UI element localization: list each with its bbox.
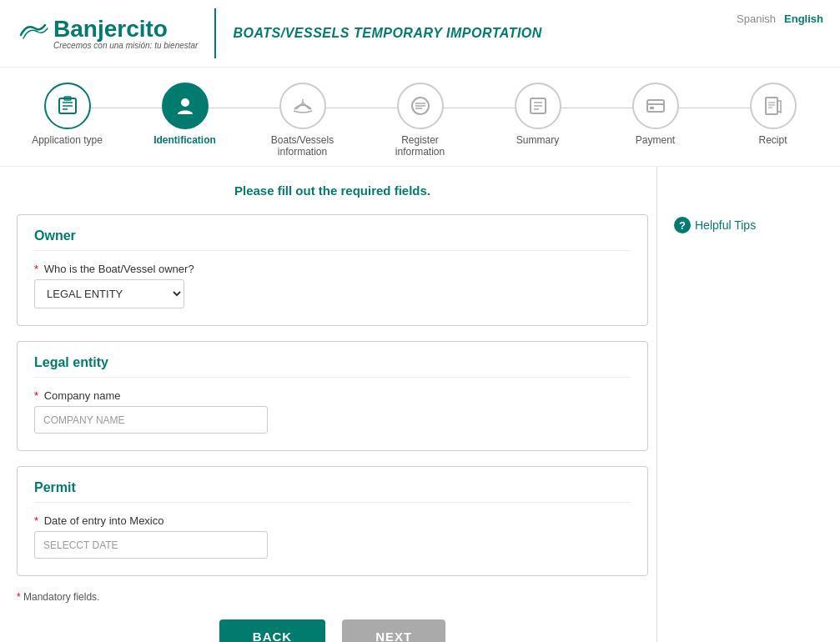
step-label-application-type: Application type bbox=[32, 134, 103, 146]
step-label-summary: Summary bbox=[516, 134, 559, 146]
step-label-recipt: Recipt bbox=[758, 134, 787, 146]
mandatory-text: Mandatory fields. bbox=[23, 591, 99, 603]
legal-entity-card: Legal entity * Company name bbox=[17, 341, 648, 451]
step-circle-payment bbox=[632, 83, 679, 129]
step-label-register-info: Register information bbox=[379, 134, 462, 158]
step-identification[interactable]: Identification bbox=[126, 83, 244, 146]
form-area: Please fill out the required fields. Own… bbox=[17, 167, 648, 642]
owner-card: Owner * Who is the Boat/Vessel owner? LE… bbox=[17, 214, 648, 326]
tips-icon: ? bbox=[674, 217, 691, 233]
svg-rect-15 bbox=[647, 100, 664, 112]
step-circle-application-type bbox=[44, 83, 91, 129]
svg-rect-18 bbox=[766, 98, 777, 114]
company-field-label: * Company name bbox=[34, 389, 631, 402]
owner-req-asterisk: * bbox=[34, 263, 38, 275]
svg-rect-17 bbox=[650, 107, 654, 109]
logo-text: Banjercito Crecemos con una misión: tu b… bbox=[53, 18, 198, 50]
step-circle-summary bbox=[515, 83, 561, 129]
step-boats-vessels[interactable]: Boats/Vessels information bbox=[244, 83, 361, 158]
header: Banjercito Crecemos con una misión: tu b… bbox=[0, 0, 840, 68]
helpful-tips-link[interactable]: ? Helpful Tips bbox=[674, 217, 823, 233]
step-circle-register-info bbox=[397, 83, 444, 129]
logo-area: Banjercito Crecemos con una misión: tu b… bbox=[17, 17, 198, 51]
tips-area: ? Helpful Tips bbox=[656, 167, 823, 642]
header-title: BOATS/VESSELS TEMPORARY IMPORTATION bbox=[233, 26, 541, 41]
date-field-label: * Date of entry into Mexico bbox=[34, 514, 631, 527]
permit-title: Permit bbox=[34, 480, 631, 503]
button-row: BACK NEXT bbox=[17, 619, 648, 642]
owner-field-label: * Who is the Boat/Vessel owner? bbox=[34, 263, 631, 275]
permit-card: Permit * Date of entry into Mexico bbox=[17, 466, 648, 576]
lang-link[interactable]: English bbox=[784, 13, 823, 25]
step-label-boats-vessels: Boats/Vessels information bbox=[261, 134, 345, 158]
required-msg: Please fill out the required fields. bbox=[17, 183, 648, 198]
logo-name: Banjercito bbox=[53, 18, 198, 41]
svg-point-5 bbox=[181, 98, 189, 107]
step-summary[interactable]: Summary bbox=[479, 83, 596, 146]
stepper: Application type Identification Boats/Ve… bbox=[0, 68, 840, 167]
step-label-payment: Payment bbox=[636, 134, 675, 146]
company-req-asterisk: * bbox=[34, 389, 38, 402]
legal-entity-title: Legal entity bbox=[34, 355, 631, 378]
step-register-info[interactable]: Register information bbox=[361, 83, 479, 158]
header-lang: Spanish English bbox=[737, 13, 823, 25]
logo-icon bbox=[17, 17, 48, 51]
header-divider bbox=[214, 8, 216, 58]
step-payment[interactable]: Payment bbox=[596, 83, 714, 146]
step-circle-identification bbox=[162, 83, 209, 129]
step-application-type[interactable]: Application type bbox=[8, 83, 126, 146]
company-name-input[interactable] bbox=[34, 406, 268, 434]
owner-label-text: Who is the Boat/Vessel owner? bbox=[44, 263, 194, 275]
company-label-text: Company name bbox=[44, 389, 121, 402]
logo-tagline: Crecemos con una misión: tu bienestar bbox=[53, 41, 198, 50]
mandatory-note: * Mandatory fields. bbox=[17, 591, 648, 603]
date-label-text: Date of entry into Mexico bbox=[44, 514, 164, 527]
step-label-identification: Identification bbox=[153, 134, 216, 146]
date-req-asterisk: * bbox=[34, 514, 38, 527]
mandatory-asterisk: * bbox=[17, 591, 21, 603]
owner-select[interactable]: LEGAL ENTITY INDIVIDUAL bbox=[34, 279, 184, 308]
next-button[interactable]: NEXT bbox=[342, 619, 445, 642]
step-circle-boats-vessels bbox=[279, 83, 326, 129]
tips-label: Helpful Tips bbox=[695, 218, 756, 232]
lang-current: Spanish bbox=[737, 13, 776, 25]
step-recipt[interactable]: Recipt bbox=[714, 83, 832, 146]
back-button[interactable]: BACK bbox=[219, 619, 325, 642]
step-circle-recipt bbox=[750, 83, 797, 129]
owner-title: Owner bbox=[34, 228, 631, 251]
date-input[interactable] bbox=[34, 531, 268, 559]
